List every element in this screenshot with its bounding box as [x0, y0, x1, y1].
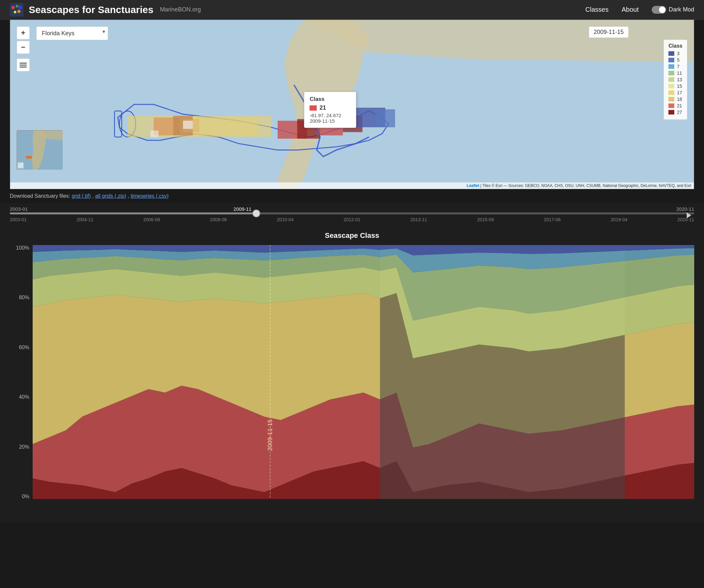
play-button[interactable] [683, 210, 694, 221]
chart-section: Seascape Class 100% 80% 60% 40% 20% 0% [0, 225, 704, 522]
svg-point-3 [19, 6, 22, 9]
legend-color-17 [668, 90, 674, 95]
sanctuary-selector[interactable]: Florida Keys Monterey Bay Channel Island… [36, 26, 108, 40]
tick-2017-06: 2017-06 [544, 217, 561, 222]
tooltip-coords: -81.97, 24.672 [309, 113, 351, 118]
app-title: Seascapes for Sanctuaries [29, 4, 154, 15]
mini-map-svg [17, 131, 63, 170]
timeline-section: 2003-01 2009-11 2020-11 2003-01 2004-11 … [0, 203, 704, 225]
download-all-grids[interactable]: all grids (.zip) [95, 193, 126, 199]
y-label-20: 20% [19, 444, 30, 450]
tooltip-class-row: 21 [309, 105, 351, 111]
tooltip-class-value: 21 [319, 105, 326, 111]
svg-rect-19 [193, 118, 258, 135]
timeline-track-wrapper [10, 212, 694, 216]
legend-label-18: 18 [677, 96, 682, 102]
layers-icon [19, 61, 27, 69]
legend-item-15: 15 [668, 83, 683, 89]
svg-point-1 [11, 6, 15, 9]
svg-marker-27 [687, 212, 691, 218]
zoom-out-button[interactable]: − [17, 41, 30, 54]
svg-rect-26 [26, 156, 32, 158]
svg-point-2 [16, 5, 18, 7]
svg-rect-21 [151, 131, 159, 137]
y-label-0: 0% [22, 494, 30, 500]
legend-label-11: 11 [677, 70, 682, 76]
legend-item-18: 18 [668, 96, 683, 102]
chart-y-axis: 100% 80% 60% 40% 20% 0% [10, 245, 33, 513]
svg-rect-20 [183, 121, 193, 129]
legend-color-5 [668, 58, 674, 62]
timeline-thumb[interactable] [252, 209, 260, 217]
chart-svg: 2009-11-15 [33, 245, 694, 513]
attribution-text: | Tiles © Esri — Sources: GEBCO, NOAA, C… [480, 183, 691, 188]
legend-label-27: 27 [677, 110, 682, 115]
legend-item-27: 27 [668, 110, 683, 115]
chart-area: 2009-11-15 2010 2020 [33, 245, 694, 513]
dark-mode-toggle[interactable]: Dark Mod [652, 6, 694, 14]
legend-label-17: 17 [677, 90, 682, 95]
tick-2004-11: 2004-11 [76, 217, 93, 222]
legend-label-5: 5 [677, 57, 680, 63]
mini-map: ⤢ [17, 130, 62, 169]
map-tooltip: Class 21 -81.97, 24.672 2009-11-15 [304, 92, 356, 128]
y-label-80: 80% [19, 295, 30, 301]
svg-text:2009-11-15: 2009-11-15 [267, 419, 274, 451]
tick-2006-08: 2006-08 [143, 217, 160, 222]
app-subtitle: MarineBON.org [160, 6, 201, 13]
legend-color-13 [668, 77, 674, 82]
tick-2003-01: 2003-01 [10, 217, 26, 222]
tooltip-date: 2009-11-15 [309, 118, 351, 124]
legend-title: Class [668, 43, 683, 49]
legend-item-11: 11 [668, 70, 683, 76]
legend-label-15: 15 [677, 83, 682, 89]
legend-label-21: 21 [677, 103, 682, 108]
attribution-leaflet[interactable]: Leaflet [467, 183, 479, 188]
tooltip-color-swatch [309, 106, 317, 111]
header: Seascapes for Sanctuaries MarineBON.org … [0, 0, 704, 19]
download-label: Download Sanctuary files: [10, 193, 70, 199]
nav-classes[interactable]: Classes [585, 6, 609, 13]
nav-about[interactable]: About [622, 6, 639, 13]
tick-2008-06: 2008-06 [210, 217, 227, 222]
timeline-current-label: 2009-11 [233, 206, 251, 212]
tick-2019-04: 2019-04 [610, 217, 627, 222]
y-label-60: 60% [19, 344, 30, 350]
tick-2012-01: 2012-01 [344, 217, 360, 222]
map-attribution: Leaflet | Tiles © Esri — Sources: GEBCO,… [10, 182, 694, 189]
zoom-in-button[interactable]: + [17, 26, 30, 40]
map-container[interactable]: + − Florida Keys Monterey Bay Channel Is… [10, 19, 694, 189]
legend-item-7: 7 [668, 64, 683, 69]
chart-wrapper: 100% 80% 60% 40% 20% 0% [10, 245, 694, 513]
svg-rect-22 [19, 63, 27, 64]
toggle-switch[interactable] [652, 6, 666, 14]
legend-label-13: 13 [677, 77, 682, 82]
timeline-track[interactable] [10, 212, 694, 214]
legend-color-15 [668, 84, 674, 88]
dark-mode-label: Dark Mod [669, 6, 694, 13]
download-bar: Download Sanctuary files: grid (.tif) , … [0, 189, 704, 203]
y-label-40: 40% [19, 394, 30, 400]
main-nav: Classes About Dark Mod [585, 6, 694, 14]
download-timeseries[interactable]: timeseries (.csv) [131, 193, 169, 199]
legend-color-18 [668, 97, 674, 102]
tick-2010-04: 2010-04 [277, 217, 294, 222]
legend-label-3: 3 [677, 51, 680, 56]
app-logo [10, 3, 23, 17]
legend-item-21: 21 [668, 103, 683, 108]
svg-rect-24 [19, 67, 27, 68]
legend-item-3: 3 [668, 51, 683, 56]
legend-item-17: 17 [668, 90, 683, 95]
svg-point-5 [17, 10, 20, 13]
tick-2013-11: 2013-11 [410, 217, 427, 222]
mini-map-expand-button[interactable]: ⤢ [18, 162, 23, 169]
layers-button[interactable] [17, 58, 30, 71]
play-icon [685, 211, 693, 219]
svg-rect-23 [19, 65, 27, 66]
legend-color-7 [668, 64, 674, 69]
download-grid-tif[interactable]: grid (.tif) [71, 193, 91, 199]
map-legend: Class 3 5 7 11 13 15 17 [663, 40, 687, 120]
download-sep2: , [128, 193, 131, 199]
svg-rect-17 [375, 109, 395, 127]
y-label-100: 100% [16, 245, 30, 251]
